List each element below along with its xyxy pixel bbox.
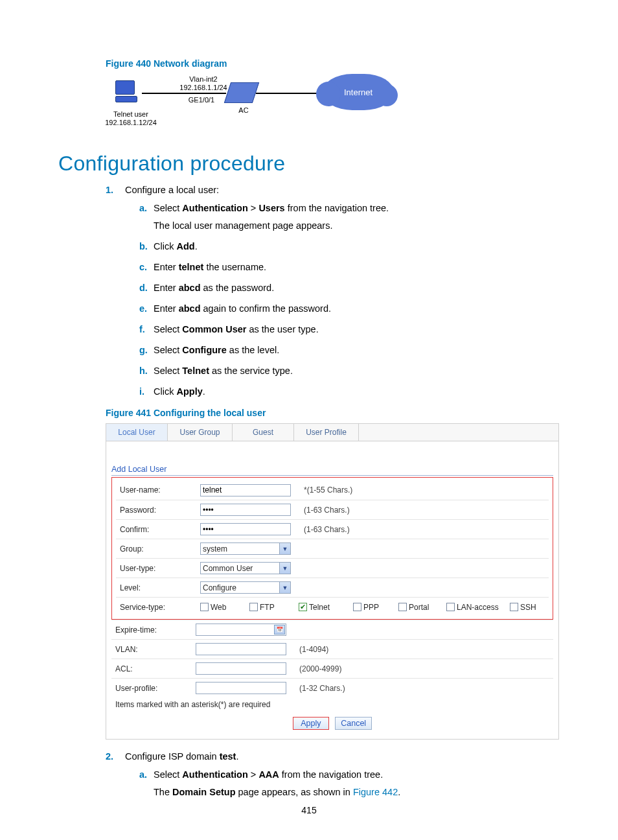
chevron-down-icon: ▼ <box>279 582 290 593</box>
label-confirm: Confirm: <box>116 525 200 534</box>
step-1e-text: Enter abcd again to confirm the password… <box>154 303 331 314</box>
hint-password: (1-63 Chars.) <box>297 506 350 515</box>
hint-confirm: (1-63 Chars.) <box>297 525 350 534</box>
label-usertype: User-type: <box>116 564 200 573</box>
checkbox-ppp[interactable]: PPP <box>353 603 396 612</box>
step-1-text: Configure a local user: <box>125 185 219 195</box>
step-1b-text: Click Add. <box>154 241 198 251</box>
step-2-text: Configure ISP domain test. <box>125 751 238 762</box>
internet-cloud-icon: Internet <box>323 74 394 110</box>
tab-spacer <box>359 424 558 441</box>
telnet-user-label: Telnet user192.168.1.12/24 <box>102 110 160 126</box>
label-level: Level: <box>116 583 200 592</box>
step-1d-text: Enter abcd as the password. <box>154 283 274 293</box>
page-number: 415 <box>0 805 618 815</box>
ac-device-icon <box>224 82 259 103</box>
calendar-icon: 📅 <box>274 625 285 635</box>
checkbox-lan-access[interactable]: LAN-access <box>446 603 507 612</box>
step-2-number: 2. <box>106 751 113 762</box>
step-1g-text: Select Configure as the level. <box>154 345 279 355</box>
step-1c-letter: c. <box>139 261 147 274</box>
step-2: 2. Configure ISP domain test. a. Select … <box>106 751 560 799</box>
input-acl[interactable] <box>196 662 286 675</box>
checkbox-ssh[interactable]: SSH <box>510 603 536 612</box>
network-diagram: Telnet user192.168.1.12/24 Vlan-int2192.… <box>106 74 560 139</box>
figure-442-link[interactable]: Figure 442 <box>353 787 398 797</box>
section-heading: Configuration procedure <box>58 152 560 176</box>
checkbox-ftp[interactable]: FTP <box>249 603 296 612</box>
label-acl: ACL: <box>111 664 196 673</box>
telnet-pc-icon <box>115 80 141 106</box>
select-usertype[interactable]: Common User▼ <box>200 562 291 574</box>
step-1-number: 1. <box>106 185 113 195</box>
select-level[interactable]: Configure▼ <box>200 581 291 594</box>
ac-label: AC <box>234 106 253 115</box>
ui-tabs: Local User User Group Guest User Profile <box>106 424 558 441</box>
input-vlan[interactable] <box>196 643 286 655</box>
step-2a-letter: a. <box>139 768 147 782</box>
cancel-button[interactable]: Cancel <box>335 717 372 730</box>
step-1c-text: Enter telnet the username. <box>154 262 266 272</box>
step-2a-extra: The Domain Setup page appears, as shown … <box>154 786 560 799</box>
step-1i-letter: i. <box>139 385 144 399</box>
select-group[interactable]: system▼ <box>200 542 291 555</box>
step-1f-text: Select Common User as the user type. <box>154 324 319 334</box>
label-password: Password: <box>116 506 200 515</box>
input-password[interactable] <box>200 504 291 516</box>
apply-button[interactable]: Apply <box>293 717 329 730</box>
label-vlan: VLAN: <box>111 645 196 654</box>
step-1b-letter: b. <box>139 240 148 253</box>
tab-guest[interactable]: Guest <box>233 424 294 441</box>
chevron-down-icon: ▼ <box>279 563 290 574</box>
figure-441-caption: Figure 441 Configuring the local user <box>106 408 560 418</box>
step-1f-letter: f. <box>139 323 145 336</box>
step-1h-letter: h. <box>139 364 148 378</box>
label-username: User-name: <box>116 485 200 495</box>
hint-username: *(1-55 Chars.) <box>297 485 352 495</box>
vlan-label: Vlan-int2192.168.1.1/24 <box>176 75 231 91</box>
step-2a-text: Select Authentication > AAA from the nav… <box>154 769 383 780</box>
step-1i-text: Click Apply. <box>154 386 205 397</box>
form-heading: Add Local User <box>111 465 553 474</box>
step-1: 1. Configure a local user: a. Select Aut… <box>106 185 560 399</box>
hint-vlan: (1-4094) <box>293 645 328 654</box>
required-note: Items marked with an asterisk(*) are req… <box>111 697 553 713</box>
input-confirm[interactable] <box>200 523 291 535</box>
figure-440-caption: Figure 440 Network diagram <box>106 58 560 69</box>
tab-user-group[interactable]: User Group <box>168 424 233 441</box>
highlighted-fields: User-name: *(1-55 Chars.) Password: (1-6… <box>111 477 553 620</box>
form-divider <box>111 475 553 476</box>
chevron-down-icon: ▼ <box>279 543 290 554</box>
label-group: Group: <box>116 544 200 554</box>
input-username[interactable] <box>200 484 291 496</box>
label-userprofile: User-profile: <box>111 684 196 693</box>
input-userprofile[interactable] <box>196 682 286 694</box>
label-service: Service-type: <box>116 603 200 612</box>
input-expire[interactable]: 📅 <box>196 624 286 636</box>
step-1a-extra: The local user management page appears. <box>154 219 560 233</box>
tab-user-profile[interactable]: User Profile <box>294 424 359 441</box>
checkbox-portal[interactable]: Portal <box>398 603 444 612</box>
tab-local-user[interactable]: Local User <box>106 424 168 441</box>
wire-ac-cloud <box>256 93 326 94</box>
step-1d-letter: d. <box>139 281 148 295</box>
label-expire: Expire-time: <box>111 625 196 635</box>
step-1e-letter: e. <box>139 302 147 316</box>
hint-acl: (2000-4999) <box>293 664 341 673</box>
hint-userprofile: (1-32 Chars.) <box>293 684 345 693</box>
checkbox-telnet[interactable]: ✔Telnet <box>299 603 350 612</box>
port-label: GE1/0/1 <box>182 96 221 104</box>
step-1g-letter: g. <box>139 344 148 357</box>
wire-pc-ac <box>142 93 226 94</box>
step-1h-text: Select Telnet as the service type. <box>154 366 293 376</box>
step-1a-text: Select Authentication > Users from the n… <box>154 203 389 213</box>
local-user-ui: Local User User Group Guest User Profile… <box>106 423 559 740</box>
checkbox-web[interactable]: Web <box>200 603 247 612</box>
step-1a-letter: a. <box>139 202 147 215</box>
